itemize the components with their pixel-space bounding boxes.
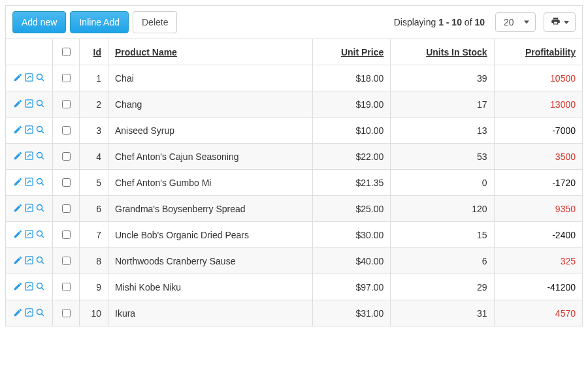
row-checkbox[interactable] — [62, 178, 71, 187]
svg-line-17 — [42, 209, 44, 211]
cell-profitability: -1720 — [494, 170, 582, 196]
row-actions — [6, 300, 53, 326]
add-new-button[interactable]: Add new — [12, 11, 66, 33]
edit-icon[interactable] — [13, 125, 23, 135]
col-id[interactable]: Id — [80, 39, 108, 65]
row-checkbox[interactable] — [62, 74, 71, 82]
cell-price: $18.00 — [312, 65, 391, 91]
view-icon[interactable] — [35, 281, 45, 291]
edit-icon[interactable] — [13, 177, 23, 187]
cell-name: Ikura — [108, 300, 313, 326]
view-icon[interactable] — [35, 203, 45, 213]
cell-stock: 17 — [391, 91, 494, 118]
cell-profitability: 10500 — [494, 65, 582, 91]
inline-edit-icon[interactable] — [24, 308, 34, 317]
delete-button[interactable]: Delete — [133, 11, 177, 33]
row-checkbox[interactable] — [62, 126, 71, 135]
cell-price: $30.00 — [312, 222, 391, 248]
cell-profitability: 325 — [494, 248, 582, 274]
page-size-select[interactable]: 20 — [495, 12, 536, 32]
inline-add-button[interactable]: Inline Add — [70, 11, 129, 33]
edit-icon[interactable] — [13, 308, 23, 317]
row-checkbox[interactable] — [62, 257, 71, 265]
view-icon[interactable] — [35, 255, 45, 265]
col-name[interactable]: Product Name — [108, 39, 313, 65]
row-checkbox[interactable] — [62, 309, 71, 317]
cell-id: 8 — [80, 248, 108, 274]
inline-edit-icon[interactable] — [24, 72, 34, 82]
cell-id: 10 — [80, 300, 108, 326]
row-check — [53, 144, 80, 170]
row-check — [53, 248, 80, 274]
row-checkbox[interactable] — [62, 100, 71, 108]
edit-icon[interactable] — [13, 99, 23, 108]
inline-edit-icon[interactable] — [24, 151, 34, 161]
col-profit[interactable]: Profitability — [494, 39, 582, 65]
inline-edit-icon[interactable] — [24, 203, 34, 213]
table-row: 2Chang$19.001713000 — [6, 91, 582, 118]
inline-edit-icon[interactable] — [24, 125, 34, 135]
cell-stock: 0 — [391, 170, 494, 196]
svg-line-2 — [42, 78, 44, 80]
edit-icon[interactable] — [13, 281, 23, 291]
edit-icon[interactable] — [13, 229, 23, 239]
cell-price: $97.00 — [312, 274, 391, 300]
table-row: 5Chef Anton's Gumbo Mi$21.350-1720 — [6, 170, 582, 196]
cell-stock: 120 — [391, 196, 494, 222]
cell-price: $21.35 — [312, 170, 391, 196]
table-row: 10Ikura$31.00314570 — [6, 300, 582, 326]
row-check — [53, 300, 80, 326]
edit-icon[interactable] — [13, 151, 23, 161]
view-icon[interactable] — [35, 125, 45, 135]
inline-edit-icon[interactable] — [24, 99, 34, 108]
view-icon[interactable] — [35, 151, 45, 161]
edit-icon[interactable] — [13, 255, 23, 265]
cell-stock: 6 — [391, 248, 494, 274]
inline-edit-icon[interactable] — [24, 281, 34, 291]
edit-icon[interactable] — [13, 203, 23, 213]
cell-name: Chef Anton's Cajun Seasoning — [108, 144, 313, 170]
row-actions — [6, 248, 53, 274]
row-checkbox[interactable] — [62, 230, 71, 239]
table-row: 9Mishi Kobe Niku$97.0029-41200 — [6, 274, 582, 300]
view-icon[interactable] — [35, 229, 45, 239]
svg-line-26 — [42, 287, 44, 289]
cell-price: $40.00 — [312, 248, 391, 274]
cell-name: Mishi Kobe Niku — [108, 274, 313, 300]
cell-price: $31.00 — [312, 300, 391, 326]
cell-name: Northwoods Cranberry Sause — [108, 248, 313, 274]
cell-name: Grandma's Boysenberry Spread — [108, 196, 313, 222]
row-checkbox[interactable] — [62, 283, 71, 291]
svg-line-8 — [42, 131, 44, 133]
cell-price: $10.00 — [312, 118, 391, 144]
cell-stock: 39 — [391, 65, 494, 91]
cell-profitability: -7000 — [494, 118, 582, 144]
cell-name: Aniseed Syrup — [108, 118, 313, 144]
view-icon[interactable] — [35, 99, 45, 108]
cell-id: 7 — [80, 222, 108, 248]
chevron-down-icon — [564, 21, 569, 24]
row-actions — [6, 144, 53, 170]
cell-profitability: 3500 — [494, 144, 582, 170]
row-checkbox[interactable] — [62, 152, 71, 161]
cell-id: 6 — [80, 196, 108, 222]
col-stock[interactable]: Units In Stock — [391, 39, 494, 65]
row-checkbox[interactable] — [62, 204, 71, 213]
svg-line-14 — [42, 183, 44, 185]
print-button[interactable] — [544, 12, 576, 32]
inline-edit-icon[interactable] — [24, 229, 34, 239]
col-price[interactable]: Unit Price — [312, 39, 391, 65]
view-icon[interactable] — [35, 177, 45, 187]
cell-id: 3 — [80, 118, 108, 144]
col-check — [53, 39, 80, 65]
view-icon[interactable] — [35, 308, 45, 317]
row-actions — [6, 274, 53, 300]
cell-stock: 15 — [391, 222, 494, 248]
inline-edit-icon[interactable] — [24, 255, 34, 265]
view-icon[interactable] — [35, 72, 45, 82]
select-all-checkbox[interactable] — [62, 48, 71, 56]
row-actions — [6, 196, 53, 222]
cell-stock: 31 — [391, 300, 494, 326]
inline-edit-icon[interactable] — [24, 177, 34, 187]
edit-icon[interactable] — [13, 72, 23, 82]
